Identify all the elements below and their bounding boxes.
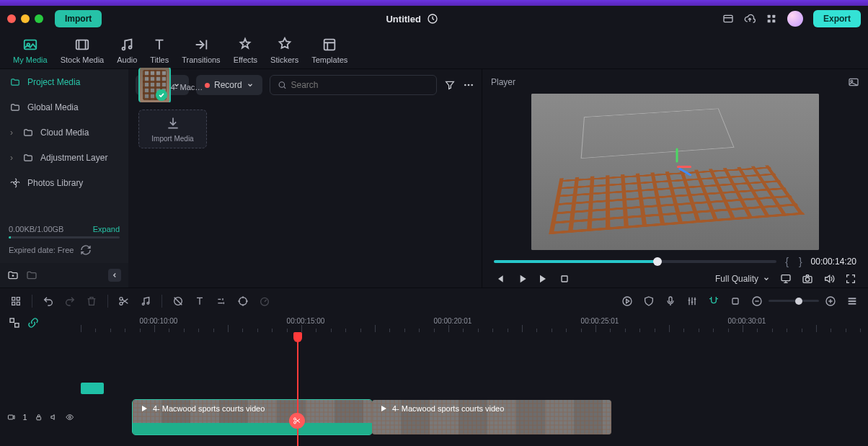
snapshot-icon[interactable] [848, 76, 859, 88]
link-icon[interactable] [27, 317, 39, 329]
svg-rect-45 [36, 417, 40, 420]
refresh-icon[interactable] [80, 244, 92, 256]
eye-icon[interactable] [66, 412, 74, 422]
sidebar-item-photos-library[interactable]: Photos Library [0, 170, 128, 195]
quality-dropdown[interactable]: Full Quality [715, 274, 770, 284]
tab-transitions[interactable]: Transitions [182, 37, 220, 64]
mask-off-icon[interactable] [172, 295, 184, 307]
zoom-in-icon[interactable] [825, 295, 836, 307]
marker-tool-icon[interactable] [730, 295, 741, 307]
svg-rect-42 [10, 318, 14, 322]
tab-effects[interactable]: Effects [234, 37, 257, 64]
split-handle-icon[interactable] [289, 413, 305, 429]
voiceover-icon[interactable] [665, 295, 676, 307]
render-icon[interactable] [621, 295, 633, 307]
tab-templates[interactable]: Templates [311, 37, 347, 64]
volume-icon[interactable] [823, 273, 835, 285]
tab-my-media[interactable]: My Media [13, 37, 48, 64]
adjust-tool-icon[interactable] [216, 295, 227, 307]
export-button[interactable]: Export [813, 10, 861, 27]
stop-button[interactable] [559, 273, 570, 285]
search-input[interactable] [291, 80, 429, 90]
playhead[interactable] [297, 332, 298, 446]
close-window-icon[interactable] [7, 14, 16, 23]
player-panel: Player { } 00:00:14:20 Full Quality [482, 69, 868, 287]
mark-out-button[interactable]: } [797, 256, 804, 267]
fullscreen-icon[interactable] [845, 273, 856, 285]
filter-icon[interactable] [444, 79, 456, 91]
expand-storage-link[interactable]: Expand [93, 225, 120, 233]
svg-point-29 [142, 303, 144, 305]
tab-label: My Media [13, 55, 48, 64]
play-button[interactable] [515, 273, 527, 285]
tab-titles[interactable]: Titles [150, 37, 169, 64]
beat-icon[interactable] [140, 295, 151, 307]
lock-icon[interactable] [35, 412, 43, 422]
mixer-icon[interactable] [686, 295, 698, 307]
svg-point-15 [468, 84, 470, 86]
zoom-window-icon[interactable] [35, 14, 43, 23]
redo-icon[interactable] [64, 295, 76, 307]
avatar[interactable] [787, 11, 803, 27]
apps-grid-icon[interactable] [766, 13, 777, 24]
undo-icon[interactable] [43, 295, 54, 307]
zoom-slider[interactable] [769, 300, 819, 302]
timeline-ruler[interactable]: 00:00:10:00 00:00:15:00 00:00:20:01 00:0… [81, 313, 868, 332]
media-clip-tile[interactable]: 4- Macwo…ourts video [138, 68, 207, 102]
speed-tool-icon[interactable] [259, 295, 270, 307]
keyframe-tool-icon[interactable] [237, 295, 249, 307]
tab-stickers[interactable]: Stickers [270, 37, 298, 64]
sidebar-item-global-media[interactable]: Global Media [0, 94, 128, 120]
more-icon[interactable] [463, 79, 474, 91]
prev-frame-button[interactable] [494, 273, 505, 285]
import-tile-label: Import Media [151, 135, 193, 143]
svg-point-34 [623, 297, 632, 305]
tab-stock-media[interactable]: Stock Media [61, 37, 105, 64]
auto-reframe-icon[interactable] [9, 317, 20, 329]
zoom-out-icon[interactable] [751, 295, 763, 307]
sidebar-item-cloud-media[interactable]: › Cloud Media [0, 120, 128, 145]
collapse-sidebar-icon[interactable] [108, 269, 121, 282]
tab-label: Stickers [270, 55, 298, 64]
next-frame-button[interactable] [537, 273, 549, 285]
storage-total: 1.00GB [37, 225, 63, 233]
layout-icon[interactable] [722, 13, 734, 24]
shield-icon[interactable] [643, 295, 655, 307]
timeline-tracks[interactable]: 4- Macwood sports courts video 4- Macwoo… [81, 332, 868, 446]
display-icon[interactable] [780, 273, 792, 285]
clip-play-icon [379, 404, 388, 413]
timeline-clip-a[interactable]: 4- Macwood sports courts video [133, 400, 372, 434]
text-tool-icon[interactable] [194, 295, 205, 307]
track-height-icon[interactable] [846, 295, 858, 307]
delete-icon[interactable] [86, 295, 97, 307]
tab-audio[interactable]: Audio [117, 37, 137, 64]
svg-rect-41 [849, 303, 856, 304]
sidebar-item-project-media[interactable]: Project Media [0, 69, 128, 94]
svg-rect-4 [768, 19, 771, 22]
media-sidebar: Project Media Global Media › Cloud Media… [0, 69, 128, 287]
history-icon[interactable] [427, 13, 438, 24]
tab-label: Effects [234, 55, 257, 64]
mini-clip[interactable] [81, 383, 104, 394]
new-folder-icon[interactable] [7, 269, 19, 281]
mark-in-button[interactable]: { [784, 256, 790, 267]
minimize-window-icon[interactable] [21, 14, 30, 23]
split-icon[interactable] [118, 295, 130, 307]
ruler-label: 00:00:15:00 [287, 317, 325, 325]
timeline-clip-b[interactable]: 4- Macwood sports courts video [372, 400, 611, 434]
mute-icon[interactable] [50, 412, 58, 422]
search-input-wrap[interactable] [270, 75, 437, 95]
svg-rect-3 [772, 15, 775, 18]
import-media-tile[interactable]: Import Media [138, 110, 207, 164]
cloud-upload-icon[interactable] [744, 13, 756, 24]
sidebar-item-adjustment-layer[interactable]: › Adjustment Layer [0, 145, 128, 170]
grid-tool-icon[interactable] [10, 295, 22, 307]
svg-point-18 [851, 80, 853, 82]
preview-viewport[interactable] [531, 94, 819, 250]
camera-snapshot-icon[interactable] [802, 273, 813, 285]
ruler-label: 00:00:10:00 [140, 317, 178, 325]
svg-point-33 [261, 298, 269, 305]
import-button[interactable]: Import [55, 10, 102, 27]
magnet-icon[interactable] [708, 295, 719, 307]
player-scrubber[interactable] [494, 260, 776, 263]
